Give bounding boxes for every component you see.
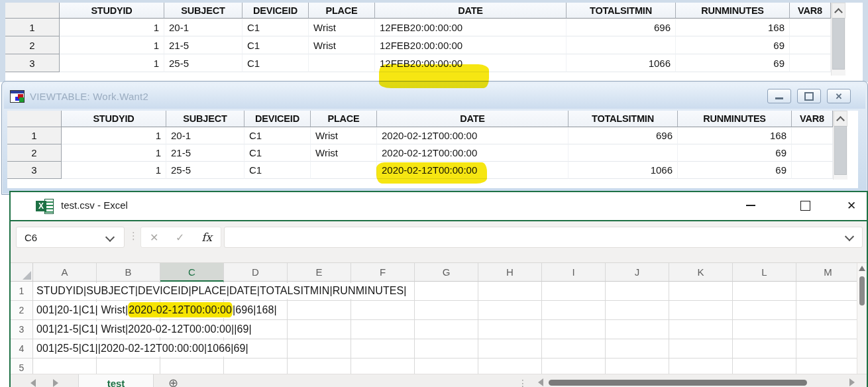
vt-cell[interactable]: 168 [678,127,792,144]
vt-cell[interactable] [309,54,375,72]
excel-column-header-K[interactable]: K [669,263,733,282]
minimize-button[interactable] [739,192,762,219]
vt-cell[interactable]: C1 [243,36,309,54]
vt-cell[interactable]: 69 [676,36,790,54]
vt-cell[interactable]: 696 [569,127,678,144]
scrollbar-splitter-icon[interactable]: ⋮ [518,378,527,387]
vt-column-header[interactable]: RUNMINUTES [678,111,792,127]
vt-cell[interactable]: 25-5 [166,162,244,179]
vt-cell[interactable]: 21-5 [164,36,243,54]
vt-cell[interactable] [567,36,676,54]
viewtable-titlebar[interactable]: VIEWTABLE: Work.Want2 ✕ [4,83,865,109]
enter-icon[interactable]: ✓ [176,231,184,244]
vt-cell[interactable] [792,127,833,144]
excel-column-header-E[interactable]: E [288,263,351,282]
vt-column-header[interactable]: VAR8 [790,3,831,19]
vt-cell[interactable] [792,162,833,179]
insert-function-icon[interactable]: fx [201,231,212,244]
formula-expand-icon[interactable] [845,232,854,241]
excel-column-header-L[interactable]: L [733,263,796,282]
vt-row-number[interactable]: 3 [7,162,62,179]
chevron-down-icon[interactable] [105,233,115,242]
vt-column-header[interactable]: STUDYID [60,3,164,19]
vt-column-header[interactable]: PLACE [309,3,375,19]
vt-column-header[interactable]: DATE [375,3,567,19]
scroll-up-icon[interactable] [859,266,865,271]
vt-column-header[interactable]: RUNMINUTES [676,3,790,19]
vt-cell[interactable]: 21-5 [166,144,244,162]
vt-cell[interactable] [790,54,831,72]
vt-cell[interactable]: 20-1 [164,19,243,36]
vt-cell[interactable] [311,162,377,179]
vt-corner-cell[interactable] [5,3,60,19]
vt-corner-cell[interactable] [7,111,62,127]
vt-column-header[interactable]: TOTALSITMIN [567,3,676,19]
excel-column-header-H[interactable]: H [478,263,542,282]
vt-cell[interactable]: 12FEB20:00:00:00 [375,36,567,54]
vt-row-number[interactable]: 1 [7,127,62,144]
vt-cell[interactable]: 1 [60,36,164,54]
vt-cell[interactable]: 25-5 [164,54,243,72]
vt-row-number[interactable]: 1 [5,19,60,36]
excel-row-cells[interactable]: STUDYID|SUBJECT|DEVICEID|PLACE|DATE|TOTA… [33,282,857,301]
excel-column-header-F[interactable]: F [351,263,415,282]
excel-titlebar[interactable]: X test.csv - Excel ✕ [11,192,867,220]
maximize-button[interactable] [794,192,816,219]
excel-row-header[interactable]: 3 [11,320,33,339]
vertical-scrollbar[interactable] [831,3,845,76]
new-sheet-icon[interactable]: ⊕ [168,376,178,387]
vt-cell[interactable]: 168 [676,19,790,36]
vt-cell[interactable]: 1 [62,144,166,162]
minimize-button[interactable] [767,89,791,103]
vt-cell[interactable] [790,36,831,54]
vt-cell[interactable]: 1066 [567,54,676,72]
vt-cell[interactable]: C1 [243,54,309,72]
formula-bar-input[interactable] [224,227,863,248]
excel-column-header-B[interactable]: B [97,263,160,282]
vt-cell[interactable]: 1 [62,162,166,179]
vt-cell[interactable]: Wrist [309,19,375,36]
vt-cell[interactable]: 12FEB20:00:00:00 [375,54,567,72]
vt-row-number[interactable]: 2 [5,36,60,54]
vertical-scrollbar[interactable] [857,263,867,382]
vt-column-header[interactable]: DEVICEID [244,111,311,127]
vertical-scrollbar[interactable] [833,111,847,180]
excel-row-header[interactable]: 2 [11,301,33,320]
vt-column-header[interactable]: PLACE [311,111,377,127]
vt-column-header[interactable]: DATE [377,111,569,127]
excel-row-header[interactable]: 4 [11,339,33,359]
vt-cell[interactable]: 20-1 [166,127,244,144]
scrollbar-thumb[interactable] [832,18,845,70]
vt-cell[interactable] [569,144,678,162]
scrollbar-thumb[interactable] [859,276,865,305]
excel-row-header[interactable]: 1 [11,282,33,301]
vt-column-header[interactable]: SUBJECT [164,3,243,19]
vt-row-number[interactable]: 3 [5,54,60,72]
restore-button[interactable] [797,89,821,103]
name-box[interactable]: C6 [16,227,125,248]
vt-cell[interactable]: 2020-02-12T00:00:00 [377,162,569,179]
vt-cell[interactable]: 69 [678,162,792,179]
vt-cell[interactable] [790,19,831,36]
vt-cell[interactable]: 1 [60,19,164,36]
excel-row-cells[interactable]: 001|25-5|C1||2020-02-12T00:00:00|1066|69… [33,339,857,359]
excel-column-header-J[interactable]: J [606,263,669,282]
vt-column-header[interactable]: DEVICEID [243,3,309,19]
vt-cell[interactable]: 69 [676,54,790,72]
vt-cell[interactable]: C1 [244,162,311,179]
vt-column-header[interactable]: TOTALSITMIN [569,111,678,127]
scroll-right-icon[interactable] [849,378,855,386]
scroll-up-button[interactable] [834,111,847,127]
excel-column-header-A[interactable]: A [33,263,97,282]
excel-column-header-M[interactable]: M [796,263,860,282]
vt-cell[interactable]: Wrist [311,144,377,162]
excel-column-header-I[interactable]: I [542,263,606,282]
vt-cell[interactable]: 12FEB20:00:00:00 [375,19,567,36]
vt-cell[interactable]: C1 [244,144,311,162]
vt-cell[interactable]: C1 [243,19,309,36]
vt-cell[interactable]: 69 [678,144,792,162]
vt-cell[interactable]: 2020-02-12T00:00:00 [377,127,569,144]
vt-cell[interactable]: 1 [62,127,166,144]
vt-cell[interactable]: Wrist [309,36,375,54]
scroll-left-icon[interactable] [538,378,543,386]
